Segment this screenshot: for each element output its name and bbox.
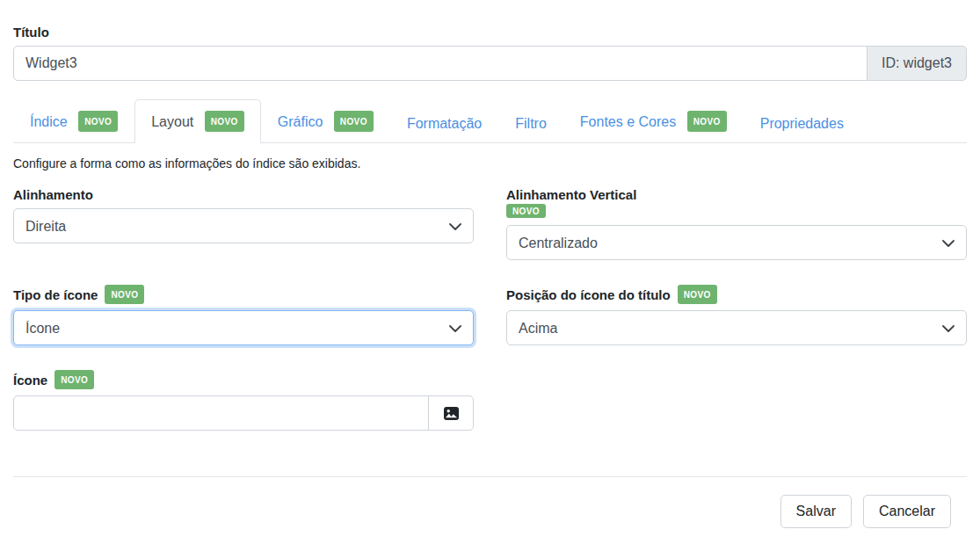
posicao-do-icone-select[interactable]: Acima — [506, 310, 967, 345]
tab-fontes-e-cores[interactable]: Fontes e Cores NOVO — [563, 99, 744, 143]
novo-badge: NOVO — [205, 111, 244, 132]
tab-label: Fontes e Cores — [580, 114, 676, 129]
tab-label: Índice — [30, 114, 68, 129]
tab-label: Gráfico — [278, 114, 323, 129]
settings-tabs: Índice NOVO Layout NOVO Gráfico NOVO For… — [13, 99, 967, 143]
tipo-de-icone-select-wrap: Ícone — [13, 310, 474, 345]
alinhamento-vertical-label: Alinhamento Vertical — [506, 187, 967, 202]
novo-badge: NOVO — [334, 111, 374, 132]
icone-picker-button[interactable] — [428, 395, 474, 431]
icone-input[interactable] — [13, 395, 429, 431]
tipo-de-icone-label: Tipo de íconeNOVO — [13, 285, 474, 304]
field-icone: ÍconeNOVO — [13, 370, 474, 431]
tab-propriedades[interactable]: Propriedades — [744, 104, 860, 143]
alinhamento-label: Alinhamento — [13, 187, 474, 202]
tab-grafico[interactable]: Gráfico NOVO — [261, 99, 390, 143]
icone-input-group — [13, 395, 474, 431]
layout-form-grid: Alinhamento Direita Alinhamento Vertical… — [13, 187, 967, 431]
field-alinhamento-vertical: Alinhamento Vertical NOVO Centralizado — [506, 187, 967, 260]
tab-filtro[interactable]: Filtro — [498, 104, 563, 143]
alinhamento-select[interactable]: Direita — [13, 208, 474, 243]
icone-label: ÍconeNOVO — [13, 370, 474, 389]
footer-divider — [13, 476, 967, 477]
alinhamento-vertical-select-wrap: Centralizado — [506, 225, 967, 260]
novo-badge: NOVO — [78, 111, 118, 132]
posicao-do-icone-select-wrap: Acima — [506, 310, 967, 345]
tab-formatacao[interactable]: Formatação — [390, 104, 498, 143]
cancel-button[interactable]: Cancelar — [863, 495, 951, 528]
tipo-de-icone-select[interactable]: Ícone — [13, 310, 474, 345]
title-input-group: ID: widget3 — [13, 46, 967, 81]
field-posicao-do-icone: Posição do ícone do títuloNOVO Acima — [506, 285, 967, 345]
tab-layout[interactable]: Layout NOVO — [134, 99, 261, 143]
novo-badge: NOVO — [506, 204, 546, 218]
save-button[interactable]: Salvar — [780, 495, 852, 528]
title-label: Título — [13, 25, 967, 40]
widget-settings-form: Título ID: widget3 Índice NOVO Layout NO… — [0, 0, 980, 528]
widget-id-badge: ID: widget3 — [867, 46, 967, 81]
novo-badge: NOVO — [678, 285, 717, 304]
tab-description: Configure a forma como as informações do… — [13, 156, 967, 171]
posicao-do-icone-label: Posição do ícone do títuloNOVO — [506, 285, 967, 304]
tab-label: Formatação — [407, 116, 482, 131]
tab-label: Layout — [151, 114, 193, 129]
field-tipo-de-icone: Tipo de íconeNOVO Ícone — [13, 285, 474, 345]
novo-badge: NOVO — [687, 111, 727, 132]
tab-indice[interactable]: Índice NOVO — [13, 99, 134, 143]
title-input[interactable] — [13, 46, 867, 81]
alinhamento-vertical-select[interactable]: Centralizado — [506, 225, 967, 260]
tab-label: Filtro — [515, 116, 547, 131]
image-icon — [444, 407, 459, 420]
novo-badge: NOVO — [54, 370, 94, 389]
tab-label: Propriedades — [760, 116, 844, 131]
novo-badge: NOVO — [105, 285, 144, 304]
alinhamento-select-wrap: Direita — [13, 208, 474, 243]
footer-actions: Salvar Cancelar — [13, 495, 967, 528]
field-alinhamento: Alinhamento Direita — [13, 187, 474, 243]
